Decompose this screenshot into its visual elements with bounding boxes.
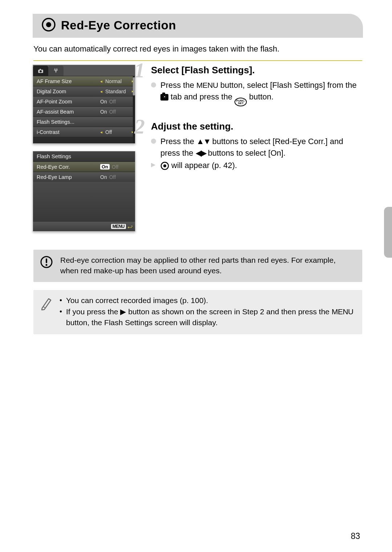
svg-rect-3: [40, 69, 41, 70]
step-title: Adjust the setting.: [151, 121, 363, 132]
intro-text: You can automatically correct red eyes i…: [33, 44, 362, 54]
instruction-steps: 1 Select [Flash Settings]. Press the MEN…: [148, 65, 363, 239]
step-body: Press the ▲▼ buttons to select [Red-Eye …: [151, 136, 363, 159]
menu-row: Digital Zoom◂Standard▸: [33, 86, 135, 96]
tip-item: If you press the ▶ button as shown on th…: [60, 306, 356, 328]
tip-item: You can correct recorded images (p. 100)…: [60, 295, 356, 306]
svg-point-6: [163, 164, 166, 167]
menu-row: AF-assist BeamOnOff: [33, 106, 135, 116]
menu-chip: MENU: [111, 224, 126, 229]
tip-note: You can correct recorded images (p. 100)…: [33, 290, 362, 334]
camera-flash-settings-screenshot: Flash Settings Red-Eye Corr.OnOffRed-Eye…: [33, 151, 135, 232]
up-down-buttons-icon: ▲▼: [196, 137, 210, 146]
step-number: 1: [134, 58, 145, 82]
return-icon: ⮐: [127, 224, 133, 230]
lcd2-header: Flash Settings: [33, 151, 135, 161]
svg-rect-8: [46, 258, 47, 263]
func-set-button-icon: FUNC.SET: [234, 98, 247, 106]
step-title: Select [Flash Settings].: [151, 65, 363, 76]
menu-row: i-Contrast◂Off▸: [33, 127, 135, 137]
svg-point-4: [40, 70, 42, 73]
step-result: will appear (p. 42).: [151, 160, 363, 171]
menu-row: AF-Point ZoomOnOff: [33, 96, 135, 106]
left-right-buttons-icon: ◀▶: [196, 148, 206, 158]
menu-row: Red-Eye LampOnOff: [33, 172, 135, 182]
red-eye-icon: [41, 17, 56, 33]
section-title-bar: Red-Eye Correction: [33, 14, 363, 38]
camera-menu-screenshot-1: AF Frame Size◂Normal▸Digital Zoom◂Standa…: [33, 65, 135, 144]
page-number: 83: [351, 531, 360, 541]
divider: [33, 60, 362, 61]
right-arrow-icon: ▶: [120, 307, 126, 316]
camera-tab-inline-icon: [160, 94, 168, 101]
caution-icon: [40, 255, 53, 276]
pencil-icon: [40, 295, 52, 328]
warning-note: Red-eye correction may be applied to oth…: [33, 250, 362, 282]
tools-tab-icon: [48, 66, 64, 76]
tip-list: You can correct recorded images (p. 100)…: [60, 295, 356, 328]
svg-point-9: [46, 264, 48, 266]
camera-tab-icon: [33, 66, 48, 76]
menu-row: Red-Eye Corr.OnOff: [33, 161, 135, 172]
svg-point-1: [46, 22, 51, 27]
step: 2 Adjust the setting. Press the ▲▼ butto…: [148, 121, 363, 171]
menu-row: AF Frame Size◂Normal▸: [33, 76, 135, 86]
section-title: Red-Eye Correction: [61, 19, 176, 32]
page-edge-tab: [384, 207, 392, 258]
warning-text: Red-eye correction may be applied to oth…: [60, 255, 356, 276]
step-body: Press the MENU button, select [Flash Set…: [151, 79, 363, 106]
menu-row: Flash Settings...: [33, 116, 135, 127]
step: 1 Select [Flash Settings]. Press the MEN…: [148, 65, 363, 106]
step-number: 2: [134, 114, 145, 139]
red-eye-inline-icon: [160, 161, 169, 170]
